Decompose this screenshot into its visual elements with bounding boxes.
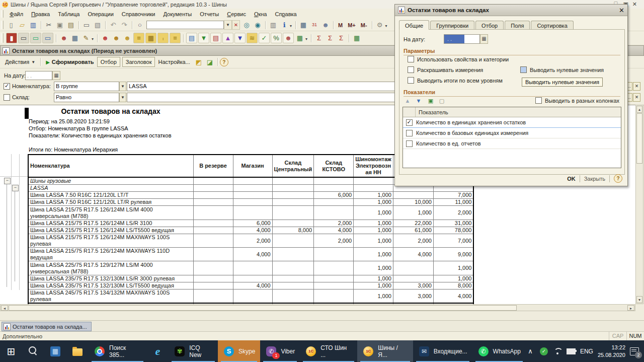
doc-person-2-icon[interactable]: ☻ bbox=[283, 33, 294, 43]
table-grid-icon[interactable]: ▦ bbox=[298, 20, 308, 30]
column-header[interactable]: Номенклатура bbox=[28, 155, 193, 177]
separate-columns-checkbox[interactable] bbox=[535, 97, 542, 104]
taskbar-start-button[interactable]: ⊞ bbox=[0, 340, 22, 362]
save-icon[interactable]: ▥ bbox=[28, 20, 38, 30]
check-all-icon[interactable]: ▣ bbox=[427, 97, 435, 105]
save-settings-icon[interactable]: ◪ bbox=[205, 57, 215, 67]
dropdown-caret-icon[interactable]: ▾ bbox=[385, 24, 387, 28]
nomenclature-condition-dropdown-icon[interactable]: ▼ bbox=[119, 82, 126, 91]
generate-button[interactable]: ▶Сформировать bbox=[43, 57, 97, 66]
user-lock-icon[interactable]: ☻ bbox=[320, 20, 331, 30]
doc-in-icon[interactable]: ▤ bbox=[186, 33, 197, 43]
table-row[interactable]: Шина LASSA 235/75 R17.5 132/130M LS/R 30… bbox=[28, 275, 473, 282]
zero-values-checkbox[interactable] bbox=[520, 66, 527, 73]
printer-3-icon[interactable]: ▭ bbox=[42, 33, 53, 43]
print-preview-icon[interactable]: ▧ bbox=[93, 20, 103, 30]
column-header[interactable]: Магазин bbox=[233, 155, 272, 177]
calendar-icon[interactable]: 31 bbox=[309, 20, 319, 30]
dialog-tab-5[interactable]: Сортировка bbox=[531, 21, 573, 30]
taskbar-file-explorer[interactable] bbox=[66, 340, 89, 362]
dropdown-caret-icon[interactable]: ▾ bbox=[92, 37, 94, 41]
redo-icon[interactable]: ↷ bbox=[119, 20, 129, 30]
warehouse-condition-select[interactable]: Равно bbox=[54, 93, 119, 102]
search-input[interactable] bbox=[146, 21, 224, 29]
coins-hook-icon[interactable]: ₗ bbox=[157, 33, 169, 43]
indicator-checkbox[interactable] bbox=[406, 119, 413, 126]
dialog-tab-3[interactable]: Отбор bbox=[475, 21, 504, 30]
sum-person-3-icon[interactable]: Σ bbox=[336, 33, 346, 43]
report-table-icon[interactable]: ▦ bbox=[352, 33, 362, 43]
menu-service[interactable]: Сервис bbox=[223, 10, 250, 18]
indicator-list[interactable]: Показатель Количество в единицах хранени… bbox=[403, 107, 621, 168]
menu-windows[interactable]: Окна bbox=[250, 10, 271, 18]
horizontal-scrollbar[interactable]: ◄ ► bbox=[0, 304, 635, 311]
find-next-icon[interactable]: ◎ bbox=[242, 20, 252, 30]
doc-check-icon[interactable]: ✓ bbox=[259, 33, 270, 43]
window-tab-stock-report[interactable]: Остатки товаров на склада... bbox=[2, 322, 92, 331]
new-document-icon[interactable]: ▯ bbox=[6, 20, 16, 30]
column-header[interactable]: Шиномонтаж Электровозн ая НН bbox=[354, 155, 393, 177]
warehouse-filter-checkbox[interactable] bbox=[4, 94, 10, 101]
uncheck-all-icon[interactable]: ▢ bbox=[438, 97, 446, 105]
actions-button[interactable]: Действия▼ bbox=[2, 57, 38, 66]
tray-chevron-icon[interactable]: ∧ bbox=[526, 347, 535, 356]
calc-m-button[interactable]: M bbox=[336, 20, 345, 30]
doc-person-icon[interactable]: ▤ bbox=[210, 33, 221, 43]
paste-icon[interactable]: ▤ bbox=[66, 20, 76, 30]
antivirus-ok-icon[interactable]: ✓ bbox=[539, 347, 548, 356]
indicator-row[interactable]: Количество в базовых единицах измерения bbox=[403, 128, 621, 138]
date-calendar-button[interactable]: ▦ bbox=[52, 71, 60, 80]
language-indicator[interactable]: ENG bbox=[580, 348, 593, 355]
dialog-tab-2[interactable]: Группировки bbox=[430, 21, 474, 30]
search-dropdown-icon[interactable]: ▼ bbox=[224, 20, 232, 30]
collapse-group-level1[interactable]: − bbox=[4, 178, 11, 184]
notification-center-icon[interactable]: 2 bbox=[630, 347, 639, 356]
find-prev-icon[interactable]: ◉ bbox=[253, 20, 263, 30]
taskbar-icq[interactable]: ✾ICQ New bbox=[169, 340, 218, 362]
taskbar-sto-shin-1c[interactable]: 1ССТО Шин ... bbox=[300, 340, 357, 362]
clock[interactable]: 13:22 25.08.2020 bbox=[598, 344, 625, 359]
column-header[interactable]: Склад КСТОВО bbox=[314, 155, 354, 177]
taskbar-chrome[interactable]: Поиск 385... bbox=[89, 340, 146, 362]
print-icon[interactable]: ▭ bbox=[82, 20, 92, 30]
table-row[interactable]: Шина LASSA 215/75 R17.5 126/124M LS/M 40… bbox=[28, 206, 473, 220]
printer-1-icon[interactable]: ▭ bbox=[18, 33, 29, 43]
copy-icon[interactable]: ▣ bbox=[55, 20, 65, 30]
menu-table[interactable]: Таблица bbox=[54, 10, 84, 18]
menu-help[interactable]: Справка bbox=[271, 10, 301, 18]
column-header[interactable]: Склад Центральный bbox=[272, 155, 314, 177]
taskbar-internet-explorer[interactable]: e bbox=[146, 340, 169, 362]
info-icon[interactable]: ℹ bbox=[279, 20, 289, 30]
grid-icon[interactable]: ▦ bbox=[70, 33, 80, 43]
indicator-checkbox[interactable] bbox=[406, 130, 413, 136]
nomenclature-clear-button[interactable]: ✕ bbox=[633, 82, 640, 91]
coins-3-icon[interactable]: ≋ bbox=[247, 33, 258, 43]
param-checkbox[interactable] bbox=[408, 66, 414, 73]
table-row[interactable]: Шина LASSA 215/75 R17.5 126/124M MAXIWAY… bbox=[28, 248, 473, 261]
battery-icon[interactable] bbox=[567, 347, 576, 356]
nomenclature-filter-checkbox[interactable] bbox=[4, 83, 10, 90]
menu-directories[interactable]: Справочники bbox=[118, 10, 159, 18]
find-icon[interactable]: ○ bbox=[135, 20, 145, 30]
taskbar-viber[interactable]: ✆1Viber bbox=[260, 340, 300, 362]
table-row[interactable]: Шина LASSA 245/75 R17.5 134/132M MAXIWAY… bbox=[28, 289, 473, 304]
close-button[interactable]: Закрыть bbox=[584, 176, 605, 182]
param-checkbox[interactable] bbox=[408, 77, 414, 84]
header-toggle-button[interactable]: Заголовок bbox=[122, 57, 155, 67]
warehouse-clear-button[interactable]: ✕ bbox=[633, 93, 640, 102]
settings-button[interactable]: Настройка... bbox=[155, 57, 193, 66]
doc-down-icon[interactable]: ▼ bbox=[234, 33, 246, 43]
nomenclature-condition-select[interactable]: В группе bbox=[54, 82, 119, 91]
sum-person-2-icon[interactable]: Σ bbox=[325, 33, 335, 43]
date-filter-input[interactable]: . . bbox=[25, 71, 52, 80]
move-down-icon[interactable]: ▼ bbox=[415, 97, 423, 105]
wifi-icon[interactable] bbox=[553, 347, 562, 356]
table-row[interactable]: Шина LASSA 7.50 R16C 121/120L LT/R рулев… bbox=[28, 199, 473, 206]
dropdown-caret-icon[interactable]: ▾ bbox=[290, 24, 292, 28]
sum-person-1-icon[interactable]: Σ bbox=[314, 33, 324, 43]
calc-m-minus-button[interactable]: M- bbox=[359, 20, 369, 30]
customer-coins-2-icon[interactable]: ☻ bbox=[111, 33, 121, 43]
doc-out-icon[interactable]: ▼ bbox=[198, 33, 209, 43]
undo-icon[interactable]: ↶ bbox=[108, 20, 118, 30]
table-row[interactable]: Шина LASSA 225/75 R17.5 129/127M LS/M 40… bbox=[28, 261, 473, 275]
